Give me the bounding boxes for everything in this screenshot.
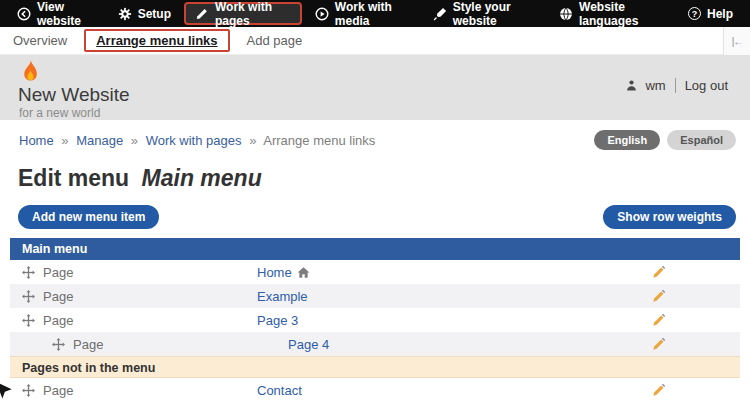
toolbar-item-setup[interactable]: Setup bbox=[107, 0, 182, 27]
toolbar-item-label: View website bbox=[37, 0, 96, 28]
row-type-label: Page bbox=[73, 337, 103, 352]
row-type-label: Page bbox=[43, 289, 73, 304]
toolbar-item-label: Style your website bbox=[453, 0, 537, 28]
breadcrumb-separator: » bbox=[131, 133, 138, 148]
toolbar-item-label: Website languages bbox=[579, 0, 666, 28]
language-switcher: English Español bbox=[594, 130, 736, 150]
home-icon bbox=[297, 266, 310, 279]
menu-row: Page Contact bbox=[10, 378, 740, 400]
language-pill-english[interactable]: English bbox=[594, 130, 660, 150]
drag-handle-icon[interactable] bbox=[22, 384, 35, 397]
row-type-label: Page bbox=[43, 383, 73, 398]
site-name[interactable]: New Website bbox=[18, 84, 130, 106]
globe-icon bbox=[559, 7, 573, 21]
menu-row: Page Page 3 bbox=[10, 308, 740, 332]
language-pill-espanol[interactable]: Español bbox=[667, 130, 736, 150]
breadcrumb-link-home[interactable]: Home bbox=[19, 133, 54, 148]
toolbar-item-style-your-website[interactable]: Style your website bbox=[422, 0, 548, 27]
pencil-icon bbox=[195, 7, 209, 21]
logout-link[interactable]: Log out bbox=[685, 78, 728, 93]
menu-link-page-4[interactable]: Page 4 bbox=[288, 337, 329, 352]
menu-links-table: Main menu Page Home Page Example bbox=[10, 238, 740, 400]
page-title-prefix: Edit menu bbox=[18, 165, 129, 191]
username[interactable]: wm bbox=[645, 78, 665, 93]
gear-icon bbox=[118, 7, 132, 21]
breadcrumb-separator: » bbox=[61, 133, 68, 148]
menu-row: Page Example bbox=[10, 284, 740, 308]
toolbar-collapse-icon[interactable]: |← bbox=[723, 27, 750, 55]
toolbar-item-label: Help bbox=[707, 7, 733, 21]
drag-handle-icon[interactable] bbox=[22, 290, 35, 303]
drag-handle-icon[interactable] bbox=[22, 266, 35, 279]
toolbar-item-view-website[interactable]: View website bbox=[6, 0, 107, 27]
breadcrumb-current: Arrange menu links bbox=[263, 133, 375, 148]
menu-link-page-3[interactable]: Page 3 bbox=[257, 313, 298, 328]
toolbar-item-label: Work with media bbox=[335, 0, 411, 28]
help-icon: ? bbox=[688, 7, 701, 20]
row-type-label: Page bbox=[43, 265, 73, 280]
menu-link-example[interactable]: Example bbox=[257, 289, 308, 304]
edit-pencil-icon[interactable] bbox=[652, 289, 666, 303]
site-slogan: for a new world bbox=[19, 106, 100, 120]
edit-pencil-icon[interactable] bbox=[652, 383, 666, 397]
toolbar-item-label: Setup bbox=[138, 7, 171, 21]
user-icon bbox=[625, 79, 638, 92]
breadcrumb-link-work-with-pages[interactable]: Work with pages bbox=[146, 133, 242, 148]
show-row-weights-button[interactable]: Show row weights bbox=[603, 205, 736, 229]
divider bbox=[675, 78, 676, 93]
back-icon bbox=[17, 7, 31, 21]
add-new-menu-item-button[interactable]: Add new menu item bbox=[18, 205, 159, 229]
breadcrumb: Home » Manage » Work with pages » Arrang… bbox=[19, 133, 375, 148]
menu-row: Page Page 4 bbox=[10, 332, 740, 356]
drag-handle-icon[interactable] bbox=[22, 314, 35, 327]
table-header-main-menu: Main menu bbox=[10, 238, 740, 260]
user-box: wm Log out bbox=[625, 78, 728, 93]
page-title: Edit menu Main menu bbox=[18, 165, 750, 192]
toolbar-item-work-with-media[interactable]: Work with media bbox=[304, 0, 422, 27]
menu-link-contact[interactable]: Contact bbox=[257, 383, 302, 398]
row-type-label: Page bbox=[43, 313, 73, 328]
toolbar-item-website-languages[interactable]: Website languages bbox=[548, 0, 677, 27]
admin-toolbar: View website Setup Work with pages Work … bbox=[0, 0, 750, 27]
edit-pencil-icon[interactable] bbox=[652, 337, 666, 351]
tab-add-page[interactable]: Add page bbox=[234, 33, 316, 48]
menu-row: Page Home bbox=[10, 260, 740, 284]
local-tasks-bar: Overview Arrange menu links Add page |← bbox=[0, 27, 750, 55]
page-title-menu-name: Main menu bbox=[142, 165, 262, 191]
edit-pencil-icon[interactable] bbox=[652, 313, 666, 327]
menu-link-home[interactable]: Home bbox=[257, 265, 292, 280]
breadcrumb-separator: » bbox=[249, 133, 256, 148]
play-icon bbox=[315, 7, 329, 21]
drag-handle-icon[interactable] bbox=[52, 338, 65, 351]
breadcrumb-link-manage[interactable]: Manage bbox=[76, 133, 123, 148]
table-section-pages-not-in-menu: Pages not in the menu bbox=[10, 356, 740, 378]
edit-pencil-icon[interactable] bbox=[652, 265, 666, 279]
brush-icon bbox=[433, 7, 447, 21]
flame-logo-icon bbox=[19, 60, 41, 86]
toolbar-item-label: Work with pages bbox=[215, 0, 291, 28]
toolbar-item-work-with-pages[interactable]: Work with pages bbox=[184, 2, 302, 25]
toolbar-item-help[interactable]: ? Help bbox=[677, 0, 744, 27]
tab-arrange-menu-links[interactable]: Arrange menu links bbox=[84, 29, 229, 52]
mouse-cursor-icon bbox=[0, 381, 15, 400]
site-header: New Website for a new world wm Log out bbox=[0, 55, 750, 120]
tab-overview[interactable]: Overview bbox=[0, 33, 80, 48]
